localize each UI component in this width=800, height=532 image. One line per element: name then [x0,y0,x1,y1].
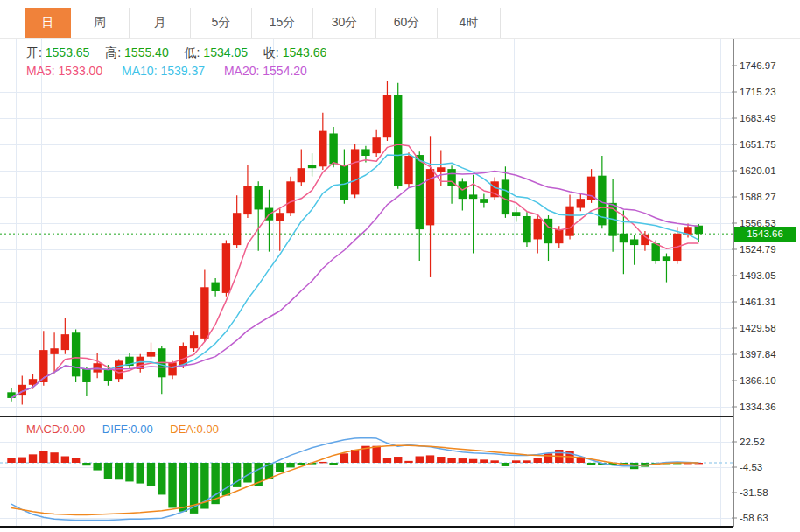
price-axis-label: 1620.01 [740,165,776,176]
high-value: 1555.40 [124,46,169,60]
macd-axis-labels: 22.52-4.53-31.58-58.63 [732,437,768,523]
dea-legend: DEA:0.00 [170,423,219,436]
macd-axis-label: 22.52 [740,437,765,447]
price-axis-label: 1397.84 [740,349,776,360]
macd-axis-label: -4.53 [740,462,762,472]
tab-30min[interactable]: 30分 [313,8,376,38]
candles-layer [7,81,703,405]
price-axis-label: 1493.05 [740,270,776,281]
open-label: 开: [26,46,42,60]
price-axis-label: 1588.27 [740,192,776,202]
price-axis-label: 1366.10 [740,375,776,386]
high-label: 高: [105,46,121,60]
price-axis-label: 1746.97 [740,60,776,71]
timeframe-tabs: 日 周 月 5分 15分 30分 60分 4时 [0,0,800,39]
tab-4hour[interactable]: 4时 [438,8,501,38]
tab-day[interactable]: 日 [25,8,71,38]
trading-chart-window: 日 周 月 5分 15分 30分 60分 4时 1746.971715.2316… [0,0,800,532]
current-price-badge: 1543.66 [734,227,796,242]
ma-bar: MA5: 1533.00 MA10: 1539.37 MA20: 1554.20 [26,64,323,78]
price-axis-label: 1334.36 [740,402,776,412]
low-label: 低: [185,46,200,60]
ma20-legend: MA20: 1554.20 [224,64,307,78]
candlestick-chart-canvas[interactable]: 1746.971715.231683.491651.751620.011588.… [0,0,800,532]
ma20-layer [11,172,698,398]
tab-60min[interactable]: 60分 [376,8,438,38]
ma10-legend: MA10: 1539.37 [122,64,205,78]
tab-week[interactable]: 周 [71,8,130,38]
low-value: 1534.05 [203,46,248,60]
price-axis-label: 1715.23 [740,87,776,97]
close-value: 1543.66 [283,46,327,60]
macd-bar: MACD:0.00 DIFF:0.00 DEA:0.00 [26,423,233,436]
open-value: 1553.65 [46,46,90,60]
price-axis-label: 1683.49 [740,113,776,123]
price-axis-label: 1651.75 [740,139,776,150]
ma5-legend: MA5: 1533.00 [26,64,102,78]
macd-histogram [7,446,703,514]
tab-month[interactable]: 月 [130,8,191,38]
price-axis-label: 1461.31 [740,297,776,307]
macd-axis-label: -31.58 [740,487,768,498]
macd-axis-label: -58.63 [740,513,768,523]
macd-legend: MACD:0.00 [26,423,85,436]
quote-bar: 开: 1553.65 高: 1555.40 低: 1534.05 收: 1543… [26,46,339,61]
price-axis-label: 1429.58 [740,323,776,333]
price-axis-label: 1524.79 [740,244,776,255]
right-axis [734,38,796,527]
tab-5min[interactable]: 5分 [191,8,252,38]
diff-legend: DIFF:0.00 [102,423,153,436]
close-label: 收: [263,46,279,60]
ma20-line [11,172,698,398]
tab-15min[interactable]: 15分 [252,8,313,38]
